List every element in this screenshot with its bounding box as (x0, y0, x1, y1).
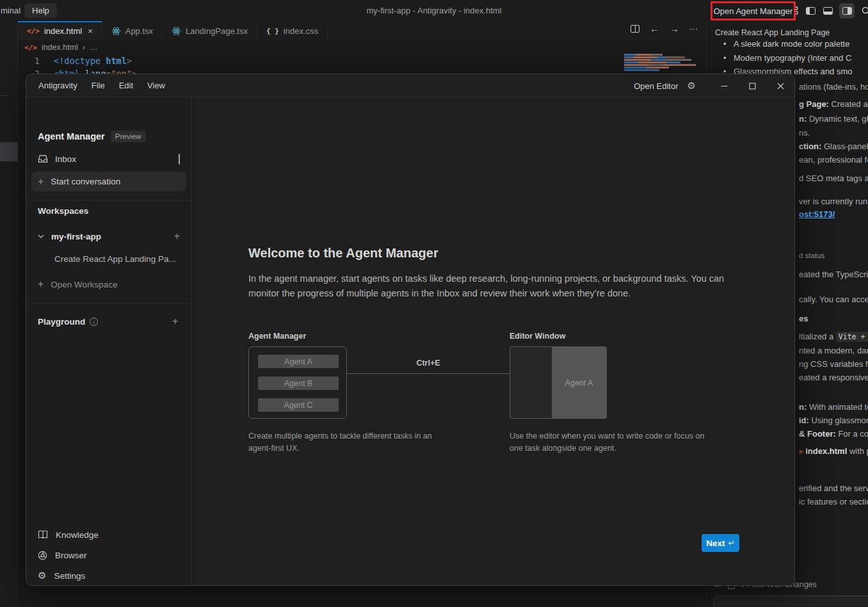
toggle-right-panel-icon[interactable] (839, 3, 855, 19)
editor-agent-pane: Agent A (552, 347, 606, 418)
diagram-left-label: Agent Manager (248, 332, 306, 341)
search-icon[interactable] (860, 5, 868, 17)
hidden-selection (0, 142, 18, 161)
add-agent-icon[interactable]: + (174, 231, 180, 242)
open-agent-manager-annotation: Open Agent Manager (711, 1, 796, 20)
connector-line (347, 373, 510, 374)
agent-manager-window: Antigravity File Edit View Open Editor ⚙ (26, 74, 795, 586)
open-agent-manager-button[interactable]: Open Agent Manager (714, 6, 793, 16)
agent-window-sidebar: Agent Manager Preview Inbox + Start conv… (26, 97, 191, 585)
html-file-icon: </> (27, 27, 40, 35)
menu-antigravity[interactable]: Antigravity (33, 78, 83, 93)
panel-text: cally. You can access (799, 295, 868, 304)
tab-app-tsx[interactable]: App.tsx (102, 21, 163, 40)
task-create-react-app[interactable]: Create React App Landing Pa... (31, 250, 186, 268)
agent-c-chip: Agent C (258, 398, 339, 412)
panel-text: ver is currently runni (799, 197, 868, 206)
diagram-left-caption: Create multiple agents to tackle differe… (248, 430, 447, 455)
toggle-bottom-panel-icon[interactable] (822, 5, 833, 17)
panel-text: nted a modern, dar (799, 346, 868, 355)
breadcrumb[interactable]: </> index.html › … (18, 40, 98, 54)
agent-b-chip: Agent B (258, 376, 339, 390)
info-icon: i (90, 318, 98, 326)
plus-icon: + (38, 176, 44, 188)
close-button[interactable] (766, 74, 794, 97)
sidebar-item-settings[interactable]: ⚙ Settings (31, 566, 186, 585)
maximize-button[interactable] (738, 74, 766, 97)
panel-text: ction: Glass-panel ca (799, 142, 868, 151)
minimize-button[interactable] (710, 74, 738, 97)
workspace-my-first-app[interactable]: my-first-app + (31, 227, 186, 245)
react-icon (172, 26, 181, 36)
panel-text: eated a responsive (799, 373, 868, 382)
agent-window-titlebar: Antigravity File Edit View Open Editor ⚙ (26, 74, 794, 97)
panel-text: id: Using glassmorph (799, 416, 868, 425)
diagram-right-caption: Use the editor when you want to write co… (510, 430, 708, 455)
close-tab-icon[interactable]: × (88, 26, 93, 36)
sidebar-item-browser[interactable]: Browser (31, 546, 186, 565)
panel-text: itialized a Vite + R (799, 332, 868, 341)
panel-text: g Page: Created a (799, 99, 868, 109)
panel-text: > index.html with pr (799, 446, 868, 456)
next-button[interactable]: Next ↵ (702, 534, 739, 552)
css-file-icon: { } (266, 27, 279, 35)
shortcut-label: Ctrl+E (347, 359, 510, 368)
menu-view[interactable]: View (141, 78, 171, 93)
conversation-title: Create React App Landing Page (715, 28, 830, 37)
screen: minal Help my-first-app - Antigravity - … (0, 0, 868, 607)
minimap[interactable] (624, 54, 698, 76)
panel-text: ations (fade-ins, hov (799, 82, 868, 92)
add-playground-icon[interactable]: + (172, 316, 178, 327)
menu-help[interactable]: Help (24, 3, 57, 18)
tab-index-css[interactable]: { } index.css (257, 21, 328, 40)
editor-window-diagram: Agent A (510, 346, 607, 419)
panel-text: ost:5173/ (799, 209, 835, 219)
tab-landingpage-tsx[interactable]: LandingPage.tsx (163, 21, 257, 40)
agent-a-chip: Agent A (258, 355, 339, 368)
welcome-title: Welcome to the Agent Manager (248, 246, 438, 261)
html-file-icon: > (799, 448, 803, 456)
panel-text: d status (799, 252, 824, 259)
agent-manager-diagram: Agent A Agent B Agent C (248, 346, 347, 419)
enter-icon: ↵ (728, 538, 735, 547)
open-editor-button[interactable]: Open Editor (634, 81, 678, 91)
panel-text: ns. (799, 128, 810, 138)
panel-text: es (799, 314, 808, 323)
inbox-icon (38, 154, 48, 163)
panel-text: eated the TypeScript (799, 270, 868, 279)
panel-layout-icon[interactable] (179, 154, 180, 164)
gear-icon: ⚙ (38, 570, 46, 581)
toggle-left-panel-icon[interactable] (805, 5, 816, 17)
menu-file[interactable]: File (86, 78, 111, 93)
panel-text: n: Dynamic text, glo (799, 114, 868, 124)
tab-index-html[interactable]: </> index.html × (18, 21, 102, 40)
agent-window-main: Welcome to the Agent Manager In the agen… (191, 97, 794, 585)
localhost-link[interactable]: ost:5173/ (799, 209, 835, 219)
panel-text: n: With animated te (799, 402, 868, 412)
panel-text: & Footer: For a com (799, 429, 868, 439)
open-workspace-button[interactable]: + Open Workspace (31, 275, 186, 293)
inline-code: Vite + R (836, 332, 868, 342)
plus-icon: + (38, 279, 44, 290)
sidebar-item-inbox[interactable]: Inbox (31, 150, 186, 168)
sidebar-item-knowledge[interactable]: Knowledge (31, 525, 186, 544)
nav-forward-icon[interactable]: → (670, 23, 679, 34)
book-icon (38, 530, 48, 539)
panel-text: ic features or section (799, 497, 868, 506)
react-icon (111, 26, 121, 36)
nav-back-icon[interactable]: ← (650, 23, 659, 34)
split-editor-icon[interactable] (631, 25, 639, 33)
menu-edit[interactable]: Edit (113, 78, 139, 93)
chat-input[interactable] (713, 595, 868, 607)
menu-terminal-cut[interactable]: minal (0, 6, 20, 15)
line-number: 1 (18, 54, 40, 67)
gear-icon[interactable]: ⚙ (687, 80, 696, 92)
bullet-item: A sleek dark mode color palette (734, 39, 852, 53)
editor-more-icon[interactable]: ··· (689, 24, 698, 33)
sidebar-title: Agent Manager (38, 131, 105, 142)
bullet-item: Modern typography (Inter and C (734, 53, 852, 67)
start-conversation-button[interactable]: + Start conversation (31, 172, 186, 191)
overflow-dots[interactable]: ·· (1, 90, 8, 100)
workspaces-header: Workspaces (38, 206, 88, 216)
playground-header[interactable]: Playground i (38, 317, 98, 327)
